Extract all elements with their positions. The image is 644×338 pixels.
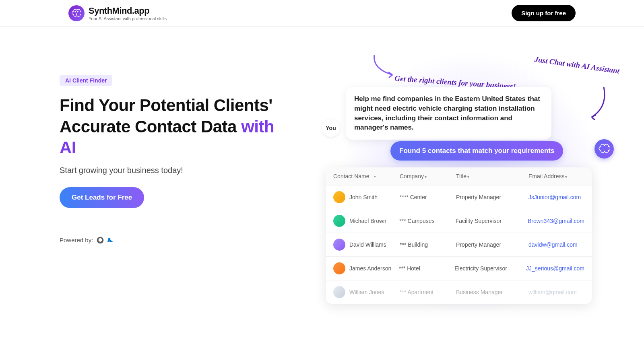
contact-title: Property Manager xyxy=(456,241,528,248)
col-header-name[interactable]: Contact Name▾ xyxy=(333,173,400,179)
contact-email[interactable]: william@gmail.com xyxy=(528,289,584,295)
arrow-icon-top xyxy=(588,83,612,123)
brain-icon xyxy=(68,5,85,21)
table-row: Michael Brown *** Campuses Facility Supe… xyxy=(326,209,592,233)
contact-email[interactable]: davidw@gmail.com xyxy=(528,241,584,248)
svg-point-2 xyxy=(76,14,77,14)
cta-button[interactable]: Get Leads for Free xyxy=(60,187,144,208)
powered-label: Powered by: xyxy=(60,237,93,243)
chevron-down-icon: ▾ xyxy=(467,175,469,179)
contact-name: Michael Brown xyxy=(349,218,386,224)
table-row: William Jones *** Apartment Business Man… xyxy=(326,280,592,304)
ai-result-message: Found 5 contacts that match your require… xyxy=(390,141,563,161)
avatar xyxy=(333,191,345,203)
headline-main: Find Your Potential Clients' Accurate Co… xyxy=(60,96,272,136)
col-header-title[interactable]: Title▾ xyxy=(456,173,528,179)
contact-company: *** Campuses xyxy=(399,218,455,224)
contact-company: *** Apartment xyxy=(400,289,456,295)
contact-title: Business Manager xyxy=(456,289,528,295)
you-avatar: You xyxy=(322,119,340,137)
contact-email[interactable]: Brown343@gmail.com xyxy=(528,218,584,224)
col-header-email[interactable]: Email Address▾ xyxy=(528,173,584,179)
contact-name: David Williams xyxy=(349,241,386,248)
headline: Find Your Potential Clients' Accurate Co… xyxy=(60,95,285,159)
chevron-down-icon: ▾ xyxy=(565,175,567,179)
avatar xyxy=(333,215,345,227)
chevron-down-icon: ▾ xyxy=(425,175,427,179)
col-header-company[interactable]: Company▾ xyxy=(400,173,456,179)
signup-button[interactable]: Sign up for free xyxy=(512,5,576,21)
avatar xyxy=(333,239,345,251)
contact-email[interactable]: JJ_serious@gmail.com xyxy=(526,265,584,272)
user-message: Help me find companies in the Eastern Un… xyxy=(346,87,551,140)
powered-by: Powered by: xyxy=(60,236,285,244)
table-row: James Anderson *** Hotel Electricity Sup… xyxy=(326,257,592,280)
contact-name: James Anderson xyxy=(349,265,391,272)
contact-name: John Smith xyxy=(349,194,378,200)
azure-icon xyxy=(107,236,115,244)
contacts-table: Contact Name▾ Company▾ Title▾ Email Addr… xyxy=(326,167,592,304)
contact-title: Facility Supervisor xyxy=(456,218,528,224)
contact-email[interactable]: JsJunior@gmail.com xyxy=(528,194,584,200)
product-badge: AI Client Finder xyxy=(60,75,112,86)
svg-point-0 xyxy=(75,11,76,12)
logo-subtitle: Your AI Assistant with professional skil… xyxy=(89,16,167,21)
table-header-row: Contact Name▾ Company▾ Title▾ Email Addr… xyxy=(326,167,592,185)
annotation-top: Just Chat with AI Assistant xyxy=(534,55,620,75)
contact-company: *** Building xyxy=(400,241,456,248)
logo[interactable]: SynthMind.app Your AI Assistant with pro… xyxy=(68,5,167,21)
contact-title: Property Manager xyxy=(456,194,528,200)
table-row: David Williams *** Building Property Man… xyxy=(326,233,592,257)
logo-title: SynthMind.app xyxy=(89,6,167,16)
openai-icon xyxy=(96,236,104,244)
contact-name: William Jones xyxy=(349,289,384,295)
contact-company: **** Center xyxy=(400,194,456,200)
subheadline: Start growing your business today! xyxy=(60,166,285,175)
contact-company: *** Hotel xyxy=(399,265,454,272)
svg-point-1 xyxy=(77,11,78,12)
avatar xyxy=(333,262,345,274)
chevron-down-icon: ▾ xyxy=(374,174,376,179)
ai-brain-icon xyxy=(594,139,614,159)
table-row: John Smith **** Center Property Manager … xyxy=(326,185,592,209)
contact-title: Electricity Supervisor xyxy=(454,265,526,272)
avatar xyxy=(333,286,345,298)
